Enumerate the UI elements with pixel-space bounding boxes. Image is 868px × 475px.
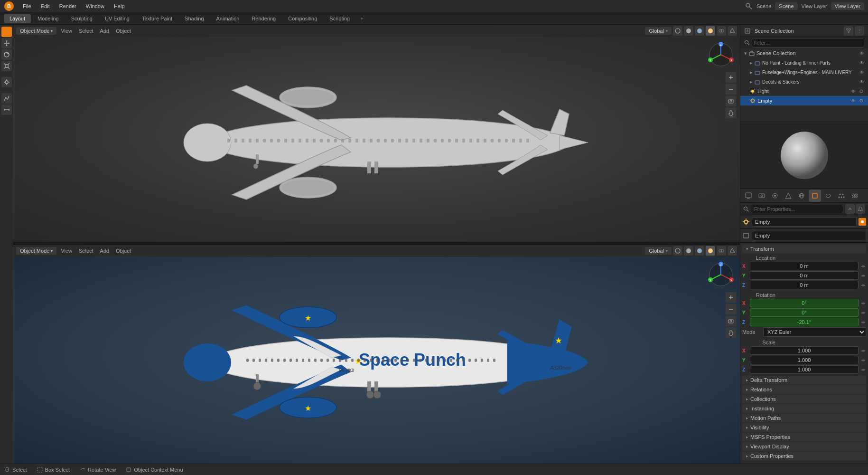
tab-rendering[interactable]: Rendering <box>246 14 281 23</box>
menu-help[interactable]: Help <box>110 2 129 10</box>
location-y-input[interactable] <box>750 271 859 280</box>
location-z-input[interactable] <box>750 281 859 289</box>
visibility-header[interactable]: ▸ Visibility <box>742 423 866 432</box>
props-output-icon[interactable] <box>756 190 768 202</box>
viewport-add-bottom[interactable]: Add <box>98 247 112 255</box>
toolbar-move[interactable] <box>1 38 12 48</box>
data-name-input[interactable] <box>752 231 866 240</box>
render-icon-4[interactable] <box>859 88 864 94</box>
rotation-x-arrows[interactable]: ◂▸ <box>860 301 866 305</box>
viewport-select-bottom[interactable]: Select <box>76 247 96 255</box>
props-render-icon[interactable] <box>742 190 755 202</box>
eye-icon-1[interactable]: 👁 <box>859 60 864 66</box>
viewport-shading-material[interactable] <box>695 26 704 36</box>
outliner-options-btn[interactable]: ⋮ <box>855 26 864 36</box>
props-modifier-icon[interactable] <box>822 190 834 202</box>
viewport-shading-rendered-b[interactable] <box>706 246 715 256</box>
location-x-arrows[interactable]: ◂▸ <box>860 264 866 268</box>
tab-modeling[interactable]: Modeling <box>32 14 65 23</box>
viewport-overlay-toggle[interactable] <box>717 26 726 36</box>
scale-x-input[interactable] <box>750 346 859 355</box>
menu-render[interactable]: Render <box>56 2 80 10</box>
scale-y-arrows[interactable]: ◂▸ <box>860 358 866 362</box>
scale-z-input[interactable] <box>750 365 859 374</box>
motion-paths-header[interactable]: ▸ Motion Paths <box>742 414 866 422</box>
viewport-shading-material-b[interactable] <box>695 246 704 256</box>
viewport-shading-solid-b[interactable] <box>684 246 693 256</box>
props-search-input[interactable] <box>751 205 843 213</box>
viewport-mode-dropdown-bottom[interactable]: Object Mode ▾ <box>16 247 56 255</box>
rotation-z-arrows[interactable]: ◂▸ <box>860 320 866 324</box>
props-scene-icon[interactable] <box>782 190 794 202</box>
props-nav-up[interactable] <box>845 204 855 214</box>
rotation-y-input[interactable] <box>750 308 859 317</box>
viewport-resize-handle[interactable] <box>13 242 740 244</box>
viewport-mode-dropdown-top[interactable]: Object Mode ▾ <box>16 27 56 35</box>
viewport-object-top[interactable]: Object <box>113 27 133 35</box>
tab-shading[interactable]: Shading <box>179 14 209 23</box>
toolbar-transform[interactable] <box>1 77 12 87</box>
outliner-item-scene-collection[interactable]: ▾ Scene Collection 👁 <box>740 48 868 58</box>
object-active-indicator[interactable] <box>859 218 866 226</box>
outliner-item-decals[interactable]: ▸ Decals & Stickers 👁 <box>740 77 868 86</box>
tab-texture-paint[interactable]: Texture Paint <box>136 14 178 23</box>
eye-icon-4[interactable]: 👁 <box>851 89 856 94</box>
rotation-x-input[interactable] <box>750 299 859 307</box>
tab-sculpting[interactable]: Sculpting <box>65 14 98 23</box>
object-name-input[interactable] <box>752 217 857 227</box>
view-layer-dropdown[interactable]: View Layer <box>831 2 864 10</box>
eye-icon-3[interactable]: 👁 <box>859 79 864 85</box>
location-y-arrows[interactable]: ◂▸ <box>860 273 866 278</box>
scale-x-arrows[interactable]: ◂▸ <box>860 348 866 353</box>
tab-scripting[interactable]: Scripting <box>324 14 355 23</box>
tab-animation[interactable]: Animation <box>211 14 245 23</box>
props-world-icon[interactable] <box>795 190 808 202</box>
viewport-shading-solid[interactable] <box>684 26 693 36</box>
toolbar-rotate[interactable] <box>1 49 12 60</box>
toolbar-cursor[interactable] <box>1 27 12 37</box>
viewport-shading-rendered[interactable] <box>706 26 715 36</box>
delta-transform-header[interactable]: ▸ Delta Transform <box>742 376 866 384</box>
outliner-item-light[interactable]: Light 👁 <box>740 86 868 96</box>
collections-header[interactable]: ▸ Collections <box>742 395 866 403</box>
viewport-global-bottom[interactable]: Global ▾ <box>645 247 672 255</box>
viewport-gizmo-toggle[interactable] <box>728 26 737 36</box>
viewport-view-bottom[interactable]: View <box>58 247 75 255</box>
instancing-header[interactable]: ▸ Instancing <box>742 404 866 413</box>
location-x-input[interactable] <box>750 262 859 270</box>
rotation-z-input[interactable] <box>750 318 859 326</box>
props-object-icon[interactable] <box>809 190 821 202</box>
outliner-item-empty[interactable]: Empty 👁 <box>740 96 868 105</box>
menu-window[interactable]: Window <box>82 2 108 10</box>
render-icon-5[interactable] <box>859 98 864 104</box>
tab-layout[interactable]: Layout <box>4 14 31 23</box>
props-particles-icon[interactable] <box>835 190 848 202</box>
outliner-filter-btn[interactable] <box>844 26 853 36</box>
viewport-object-bottom[interactable]: Object <box>113 247 133 255</box>
viewport-add-top[interactable]: Add <box>98 27 112 35</box>
toolbar-annotate[interactable] <box>1 93 12 104</box>
viewport-shading-wire-b[interactable] <box>673 246 682 256</box>
custom-properties-header[interactable]: ▸ Custom Properties <box>742 452 866 460</box>
tab-add-button[interactable]: + <box>356 14 367 23</box>
outliner-item-fuselage[interactable]: ▸ Fuselage+Wings+Engines - MAIN LIVERY 👁 <box>740 67 868 77</box>
viewport-display-header[interactable]: ▸ Viewport Display <box>742 442 866 451</box>
props-physics-icon[interactable] <box>849 190 861 202</box>
rotation-y-arrows[interactable]: ◂▸ <box>860 310 866 315</box>
toolbar-measure[interactable] <box>1 104 12 115</box>
scene-dropdown[interactable]: Scene <box>775 2 797 10</box>
viewport-view-top[interactable]: View <box>58 27 75 35</box>
props-pin[interactable] <box>856 204 865 214</box>
location-z-arrows[interactable]: ◂▸ <box>860 283 866 287</box>
msfs-header[interactable]: ▸ MSFS Properties <box>742 433 866 441</box>
eye-icon-0[interactable]: 👁 <box>859 51 864 56</box>
rotation-mode-select[interactable]: XYZ Euler XZY Euler YXZ Euler YZX Euler … <box>763 327 866 337</box>
viewport-overlay-toggle-b[interactable] <box>717 246 726 256</box>
transform-section-header[interactable]: ▾ Transform <box>742 245 866 253</box>
menu-edit[interactable]: Edit <box>37 2 54 10</box>
relations-header[interactable]: ▸ Relations <box>742 385 866 394</box>
viewport-gizmo-toggle-b[interactable] <box>728 246 737 256</box>
eye-icon-5[interactable]: 👁 <box>851 98 856 104</box>
tab-uv-editing[interactable]: UV Editing <box>99 14 135 23</box>
viewport-global-top[interactable]: Global ▾ <box>645 27 672 35</box>
